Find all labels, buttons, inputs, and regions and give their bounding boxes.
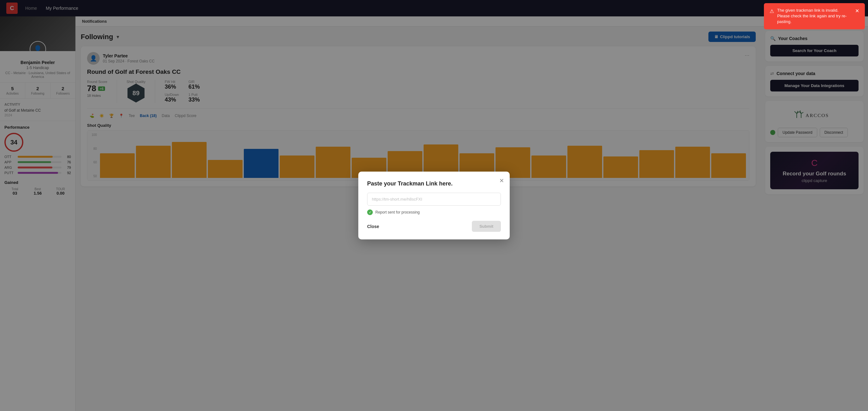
modal-overlay[interactable]: Paste your Trackman Link here. ✕ ✓ Repor… [0,0,868,411]
trackman-modal: Paste your Trackman Link here. ✕ ✓ Repor… [358,171,510,240]
success-text: Report sent for processing [375,210,420,215]
trackman-link-input[interactable] [367,193,501,205]
error-toast: ⚠ The given trackman link is invalid. Pl… [764,3,865,29]
modal-close-button[interactable]: ✕ [499,177,504,184]
toast-close-button[interactable]: ✕ [855,7,859,14]
modal-title: Paste your Trackman Link here. [367,181,501,187]
toast-warning-icon: ⚠ [770,8,774,15]
toast-message: The given trackman link is invalid. Plea… [777,7,852,25]
modal-success-message: ✓ Report sent for processing [367,210,501,215]
success-check-icon: ✓ [367,210,373,215]
modal-submit-button[interactable]: Submit [472,221,501,232]
modal-footer: Close Submit [367,221,501,232]
modal-close-text-button[interactable]: Close [367,224,379,229]
